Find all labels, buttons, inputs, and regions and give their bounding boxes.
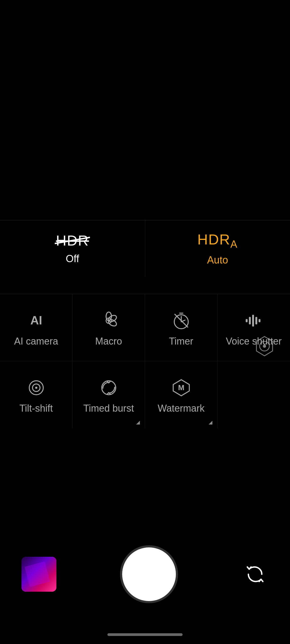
hdr-auto-title: HDRA (197, 231, 238, 250)
voice-shutter-label: Voice shutter (226, 336, 282, 347)
watermark-icon: M (172, 378, 191, 397)
svg-rect-27 (255, 317, 257, 324)
timer-icon (172, 311, 191, 330)
feature-watermark[interactable]: M Watermark (145, 361, 218, 428)
hdr-off-title: HDR (56, 232, 89, 249)
tilt-shift-label: Tilt-shift (19, 403, 53, 414)
viewfinder (0, 0, 290, 220)
svg-text:AI: AI (30, 314, 42, 327)
timed-burst-sub-indicator (136, 421, 140, 425)
feature-voice-shutter[interactable]: Voice shutter (218, 294, 290, 361)
timer-label: Timer (169, 336, 193, 347)
svg-point-31 (35, 387, 37, 389)
home-indicator (107, 633, 183, 636)
feature-tilt-shift[interactable]: Tilt-shift (0, 361, 73, 428)
hdr-off-subtitle: Off (66, 253, 79, 265)
timed-burst-icon (99, 378, 118, 397)
watermark-sub-indicator (209, 421, 212, 425)
voice-shutter-icon (244, 311, 263, 330)
svg-rect-26 (252, 315, 254, 327)
gallery-thumbnail-image (21, 557, 56, 592)
watermark-label: Watermark (158, 403, 205, 414)
hdr-panel: HDR Off HDRA Auto (0, 220, 290, 277)
feature-grid: AI AI camera Macro (0, 294, 290, 428)
feature-ai-camera[interactable]: AI AI camera (0, 294, 73, 361)
flip-camera-button[interactable] (242, 561, 269, 588)
shutter-button[interactable] (122, 547, 176, 601)
tilt-shift-icon (27, 378, 46, 397)
feature-empty (218, 361, 290, 428)
macro-label: Macro (95, 336, 122, 347)
ai-camera-icon: AI (27, 311, 46, 330)
svg-rect-25 (249, 317, 251, 324)
timed-burst-label: Timed burst (83, 403, 134, 414)
hdr-auto-subtitle: Auto (207, 254, 228, 266)
svg-rect-28 (259, 319, 260, 322)
svg-text:M: M (178, 383, 184, 392)
svg-rect-24 (246, 319, 248, 322)
bottom-controls (0, 547, 290, 601)
ai-camera-label: AI camera (14, 336, 58, 347)
hdr-auto-option[interactable]: HDRA Auto (145, 220, 290, 277)
feature-timer[interactable]: Timer (145, 294, 218, 361)
hdr-off-option[interactable]: HDR Off (0, 220, 145, 277)
macro-icon (99, 311, 118, 330)
feature-timed-burst[interactable]: Timed burst (73, 361, 145, 428)
gallery-thumbnail[interactable] (21, 557, 56, 592)
feature-macro[interactable]: Macro (73, 294, 145, 361)
